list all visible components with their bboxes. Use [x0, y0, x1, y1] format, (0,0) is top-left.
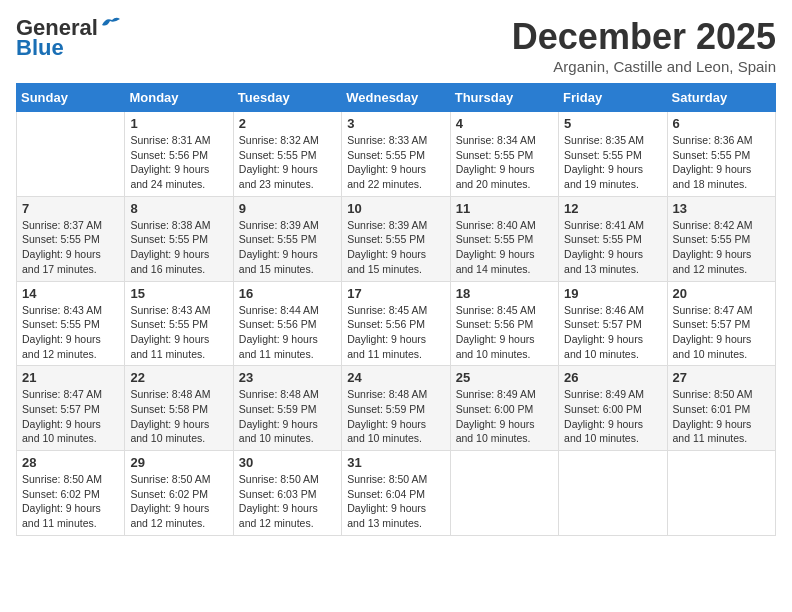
day-info: Sunrise: 8:32 AM Sunset: 5:55 PM Dayligh…: [239, 133, 336, 192]
day-info: Sunrise: 8:38 AM Sunset: 5:55 PM Dayligh…: [130, 218, 227, 277]
calendar-cell: 12Sunrise: 8:41 AM Sunset: 5:55 PM Dayli…: [559, 196, 667, 281]
day-info: Sunrise: 8:45 AM Sunset: 5:56 PM Dayligh…: [456, 303, 553, 362]
day-info: Sunrise: 8:37 AM Sunset: 5:55 PM Dayligh…: [22, 218, 119, 277]
day-info: Sunrise: 8:41 AM Sunset: 5:55 PM Dayligh…: [564, 218, 661, 277]
calendar-cell: 13Sunrise: 8:42 AM Sunset: 5:55 PM Dayli…: [667, 196, 775, 281]
day-number: 10: [347, 201, 444, 216]
calendar-header-saturday: Saturday: [667, 84, 775, 112]
day-info: Sunrise: 8:34 AM Sunset: 5:55 PM Dayligh…: [456, 133, 553, 192]
logo: General Blue: [16, 16, 122, 60]
day-number: 14: [22, 286, 119, 301]
day-number: 27: [673, 370, 770, 385]
day-number: 28: [22, 455, 119, 470]
calendar-cell: [450, 451, 558, 536]
day-number: 22: [130, 370, 227, 385]
calendar-cell: 26Sunrise: 8:49 AM Sunset: 6:00 PM Dayli…: [559, 366, 667, 451]
day-info: Sunrise: 8:46 AM Sunset: 5:57 PM Dayligh…: [564, 303, 661, 362]
calendar-header-row: SundayMondayTuesdayWednesdayThursdayFrid…: [17, 84, 776, 112]
day-info: Sunrise: 8:50 AM Sunset: 6:02 PM Dayligh…: [130, 472, 227, 531]
day-number: 23: [239, 370, 336, 385]
calendar-cell: 16Sunrise: 8:44 AM Sunset: 5:56 PM Dayli…: [233, 281, 341, 366]
page-header: General Blue December 2025 Arganin, Cast…: [16, 16, 776, 75]
day-info: Sunrise: 8:50 AM Sunset: 6:01 PM Dayligh…: [673, 387, 770, 446]
day-info: Sunrise: 8:49 AM Sunset: 6:00 PM Dayligh…: [564, 387, 661, 446]
calendar-cell: [559, 451, 667, 536]
day-number: 11: [456, 201, 553, 216]
day-number: 18: [456, 286, 553, 301]
calendar-cell: 29Sunrise: 8:50 AM Sunset: 6:02 PM Dayli…: [125, 451, 233, 536]
calendar-cell: [17, 112, 125, 197]
day-info: Sunrise: 8:49 AM Sunset: 6:00 PM Dayligh…: [456, 387, 553, 446]
day-number: 5: [564, 116, 661, 131]
day-number: 20: [673, 286, 770, 301]
day-number: 31: [347, 455, 444, 470]
calendar-cell: 5Sunrise: 8:35 AM Sunset: 5:55 PM Daylig…: [559, 112, 667, 197]
calendar-week-row: 28Sunrise: 8:50 AM Sunset: 6:02 PM Dayli…: [17, 451, 776, 536]
calendar-header-tuesday: Tuesday: [233, 84, 341, 112]
day-number: 19: [564, 286, 661, 301]
day-info: Sunrise: 8:48 AM Sunset: 5:59 PM Dayligh…: [347, 387, 444, 446]
calendar-week-row: 1Sunrise: 8:31 AM Sunset: 5:56 PM Daylig…: [17, 112, 776, 197]
day-info: Sunrise: 8:39 AM Sunset: 5:55 PM Dayligh…: [239, 218, 336, 277]
title-block: December 2025 Arganin, Castille and Leon…: [512, 16, 776, 75]
day-number: 26: [564, 370, 661, 385]
day-number: 17: [347, 286, 444, 301]
day-number: 25: [456, 370, 553, 385]
day-number: 15: [130, 286, 227, 301]
month-title: December 2025: [512, 16, 776, 58]
calendar-cell: 11Sunrise: 8:40 AM Sunset: 5:55 PM Dayli…: [450, 196, 558, 281]
day-info: Sunrise: 8:45 AM Sunset: 5:56 PM Dayligh…: [347, 303, 444, 362]
calendar-cell: 20Sunrise: 8:47 AM Sunset: 5:57 PM Dayli…: [667, 281, 775, 366]
calendar-cell: 22Sunrise: 8:48 AM Sunset: 5:58 PM Dayli…: [125, 366, 233, 451]
day-info: Sunrise: 8:44 AM Sunset: 5:56 PM Dayligh…: [239, 303, 336, 362]
logo-blue-text: Blue: [16, 35, 64, 60]
calendar-cell: 14Sunrise: 8:43 AM Sunset: 5:55 PM Dayli…: [17, 281, 125, 366]
calendar-cell: 8Sunrise: 8:38 AM Sunset: 5:55 PM Daylig…: [125, 196, 233, 281]
calendar-cell: 3Sunrise: 8:33 AM Sunset: 5:55 PM Daylig…: [342, 112, 450, 197]
calendar-cell: 27Sunrise: 8:50 AM Sunset: 6:01 PM Dayli…: [667, 366, 775, 451]
day-number: 4: [456, 116, 553, 131]
calendar-cell: 21Sunrise: 8:47 AM Sunset: 5:57 PM Dayli…: [17, 366, 125, 451]
day-info: Sunrise: 8:50 AM Sunset: 6:02 PM Dayligh…: [22, 472, 119, 531]
day-info: Sunrise: 8:50 AM Sunset: 6:04 PM Dayligh…: [347, 472, 444, 531]
calendar-cell: 7Sunrise: 8:37 AM Sunset: 5:55 PM Daylig…: [17, 196, 125, 281]
day-info: Sunrise: 8:48 AM Sunset: 5:59 PM Dayligh…: [239, 387, 336, 446]
calendar-week-row: 7Sunrise: 8:37 AM Sunset: 5:55 PM Daylig…: [17, 196, 776, 281]
calendar-cell: 28Sunrise: 8:50 AM Sunset: 6:02 PM Dayli…: [17, 451, 125, 536]
day-info: Sunrise: 8:43 AM Sunset: 5:55 PM Dayligh…: [130, 303, 227, 362]
day-number: 2: [239, 116, 336, 131]
calendar-cell: 1Sunrise: 8:31 AM Sunset: 5:56 PM Daylig…: [125, 112, 233, 197]
calendar-cell: 4Sunrise: 8:34 AM Sunset: 5:55 PM Daylig…: [450, 112, 558, 197]
calendar-cell: 25Sunrise: 8:49 AM Sunset: 6:00 PM Dayli…: [450, 366, 558, 451]
calendar-cell: 31Sunrise: 8:50 AM Sunset: 6:04 PM Dayli…: [342, 451, 450, 536]
day-info: Sunrise: 8:39 AM Sunset: 5:55 PM Dayligh…: [347, 218, 444, 277]
day-info: Sunrise: 8:36 AM Sunset: 5:55 PM Dayligh…: [673, 133, 770, 192]
day-number: 24: [347, 370, 444, 385]
day-number: 12: [564, 201, 661, 216]
calendar-cell: 10Sunrise: 8:39 AM Sunset: 5:55 PM Dayli…: [342, 196, 450, 281]
calendar-table: SundayMondayTuesdayWednesdayThursdayFrid…: [16, 83, 776, 536]
calendar-header-thursday: Thursday: [450, 84, 558, 112]
day-number: 16: [239, 286, 336, 301]
day-number: 30: [239, 455, 336, 470]
day-info: Sunrise: 8:33 AM Sunset: 5:55 PM Dayligh…: [347, 133, 444, 192]
calendar-week-row: 14Sunrise: 8:43 AM Sunset: 5:55 PM Dayli…: [17, 281, 776, 366]
day-info: Sunrise: 8:47 AM Sunset: 5:57 PM Dayligh…: [22, 387, 119, 446]
calendar-cell: 17Sunrise: 8:45 AM Sunset: 5:56 PM Dayli…: [342, 281, 450, 366]
day-number: 6: [673, 116, 770, 131]
calendar-cell: 2Sunrise: 8:32 AM Sunset: 5:55 PM Daylig…: [233, 112, 341, 197]
day-info: Sunrise: 8:40 AM Sunset: 5:55 PM Dayligh…: [456, 218, 553, 277]
day-info: Sunrise: 8:43 AM Sunset: 5:55 PM Dayligh…: [22, 303, 119, 362]
location: Arganin, Castille and Leon, Spain: [512, 58, 776, 75]
calendar-cell: 15Sunrise: 8:43 AM Sunset: 5:55 PM Dayli…: [125, 281, 233, 366]
day-info: Sunrise: 8:42 AM Sunset: 5:55 PM Dayligh…: [673, 218, 770, 277]
day-info: Sunrise: 8:50 AM Sunset: 6:03 PM Dayligh…: [239, 472, 336, 531]
logo-bird-icon: [100, 15, 122, 33]
calendar-cell: 24Sunrise: 8:48 AM Sunset: 5:59 PM Dayli…: [342, 366, 450, 451]
calendar-cell: [667, 451, 775, 536]
calendar-cell: 6Sunrise: 8:36 AM Sunset: 5:55 PM Daylig…: [667, 112, 775, 197]
calendar-cell: 18Sunrise: 8:45 AM Sunset: 5:56 PM Dayli…: [450, 281, 558, 366]
calendar-header-monday: Monday: [125, 84, 233, 112]
calendar-header-wednesday: Wednesday: [342, 84, 450, 112]
calendar-header-sunday: Sunday: [17, 84, 125, 112]
